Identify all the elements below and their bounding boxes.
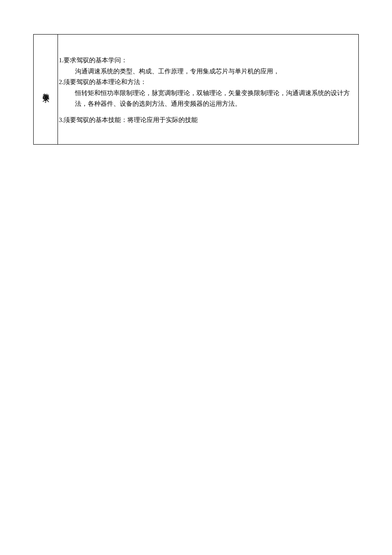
content-cell: 1.要求驾驭的基本学问： 沟通调速系统的类型、构成、工作原理，专用集成芯片与单片…: [58, 35, 359, 145]
table-row: 教学要求 1.要求驾驭的基本学问： 沟通调速系统的类型、构成、工作原理，专用集成…: [34, 35, 359, 145]
page-container: 教学要求 1.要求驾驭的基本学问： 沟通调速系统的类型、构成、工作原理，专用集成…: [0, 0, 392, 145]
item-1-title: 1.要求驾驭的基本学问：: [59, 55, 356, 66]
spacer: [59, 110, 356, 115]
layout-table: 教学要求 1.要求驾驭的基本学问： 沟通调速系统的类型、构成、工作原理，专用集成…: [33, 34, 359, 145]
row-header-cell: 教学要求: [34, 35, 58, 145]
row-header-label: 教学要求: [41, 88, 50, 91]
item-1-body: 沟通调速系统的类型、构成、工作原理，专用集成芯片与单片机的应用，: [59, 66, 356, 77]
item-2-title: 2.须要驾驭的基本理论和方法：: [59, 77, 356, 88]
item-3: 3.须要驾驭的基本技能：将理论应用于实际的技能: [59, 115, 356, 126]
item-2-body: 恒转矩和恒功率限制理论，脉宽调制理论，双轴理论，矢量变换限制理论，沟通调速系统的…: [59, 88, 356, 110]
